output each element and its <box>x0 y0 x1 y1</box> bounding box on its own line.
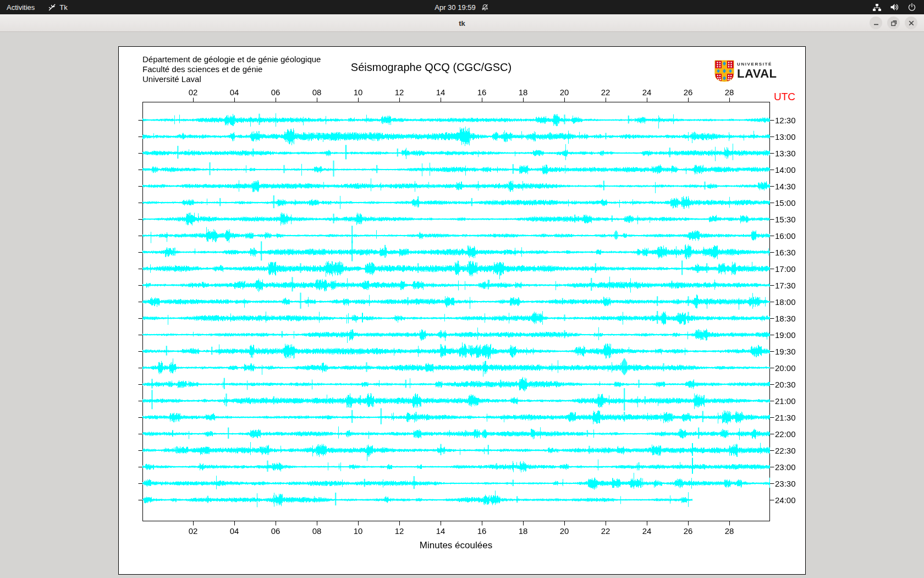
desktop: Activities Tk Apr 30 19:59 <box>0 0 924 578</box>
x-tick-label-top: 08 <box>307 88 326 97</box>
utc-time-label: 13:30 <box>775 149 796 158</box>
x-tick-label-top: 18 <box>514 88 532 97</box>
utc-time-label: 17:30 <box>775 281 796 290</box>
laval-logo-text: UNIVERSITÉ LAVAL <box>737 62 777 80</box>
restore-button[interactable] <box>887 17 900 29</box>
utc-time-label: 23:00 <box>775 462 796 472</box>
x-tick-label-top: 14 <box>431 88 450 97</box>
minimize-icon <box>872 19 881 28</box>
window-titlebar[interactable]: tk <box>0 14 924 32</box>
x-tick-label-top: 24 <box>637 88 656 97</box>
x-tick-label-bottom: 14 <box>431 526 450 536</box>
utc-time-label: 21:00 <box>775 396 796 406</box>
utc-time-label: 13:00 <box>775 132 796 141</box>
utc-time-label: 20:30 <box>775 380 796 389</box>
x-tick-label-bottom: 26 <box>679 526 697 536</box>
utc-time-label: 15:30 <box>775 215 796 224</box>
restore-icon <box>889 19 898 28</box>
close-icon <box>907 19 916 28</box>
utc-time-label: 21:30 <box>775 413 796 422</box>
x-tick-label-top: 10 <box>349 88 367 97</box>
seismograph-canvas: Département de géologie et de génie géol… <box>118 46 806 575</box>
gnome-top-bar: Activities Tk Apr 30 19:59 <box>0 0 924 14</box>
x-tick-label-bottom: 28 <box>720 526 739 536</box>
x-tick-label-bottom: 10 <box>349 526 367 536</box>
activities-button[interactable]: Activities <box>0 0 41 14</box>
utc-axis-title: UTC <box>774 91 795 103</box>
header-line-3: Université Laval <box>142 74 321 84</box>
laval-crest-icon <box>714 60 734 82</box>
x-axis-title: Minutes écoulées <box>420 540 492 551</box>
notifications-off-icon <box>481 3 490 12</box>
x-tick-label-top: 28 <box>720 88 739 97</box>
utc-time-label: 22:00 <box>775 429 796 439</box>
x-tick-label-top: 12 <box>390 88 409 97</box>
network-icon <box>872 3 882 12</box>
power-icon <box>908 3 916 12</box>
x-tick-label-bottom: 16 <box>472 526 491 536</box>
x-tick-label-bottom: 08 <box>307 526 326 536</box>
x-tick-label-bottom: 22 <box>596 526 615 536</box>
x-tick-label-top: 02 <box>184 88 202 97</box>
plot-title: Séismographe QCQ (CGC/GSC) <box>351 61 512 74</box>
x-tick-label-bottom: 24 <box>637 526 656 536</box>
x-tick-label-bottom: 06 <box>266 526 285 536</box>
system-status-area[interactable] <box>872 0 924 14</box>
close-button[interactable] <box>905 17 917 29</box>
utc-time-label: 18:00 <box>775 297 796 307</box>
utc-time-label: 19:00 <box>775 330 796 340</box>
x-tick-label-top: 06 <box>266 88 285 97</box>
utc-time-label: 12:30 <box>775 116 796 125</box>
clock-menu[interactable]: Apr 30 19:59 <box>435 0 489 14</box>
x-tick-label-top: 04 <box>225 88 244 97</box>
x-tick-label-top: 26 <box>679 88 697 97</box>
tk-indicator-label: Tk <box>59 3 67 12</box>
x-tick-label-top: 22 <box>596 88 615 97</box>
utc-time-label: 17:00 <box>775 264 796 274</box>
x-tick-label-top: 20 <box>555 88 574 97</box>
clock-label: Apr 30 19:59 <box>435 3 475 12</box>
header-line-2: Faculté des sciences et de génie <box>142 64 321 74</box>
volume-icon <box>890 3 899 12</box>
utc-time-label: 15:00 <box>775 198 796 208</box>
window-content: Département de géologie et de génie géol… <box>0 32 924 578</box>
seismogram-plot <box>119 47 806 575</box>
utc-time-label: 23:30 <box>775 479 796 488</box>
x-tick-label-top: 16 <box>472 88 491 97</box>
tk-app-indicator[interactable]: Tk <box>41 0 74 14</box>
tk-icon <box>48 3 56 12</box>
utc-time-label: 16:30 <box>775 248 796 257</box>
laval-logo-line1: UNIVERSITÉ <box>737 62 777 67</box>
x-tick-label-bottom: 20 <box>555 526 574 536</box>
header-line-1: Département de géologie et de génie géol… <box>142 54 321 64</box>
window-controls <box>870 17 917 29</box>
x-tick-label-bottom: 02 <box>184 526 202 536</box>
x-tick-label-bottom: 04 <box>225 526 244 536</box>
utc-time-label: 20:00 <box>775 363 796 373</box>
utc-time-label: 19:30 <box>775 347 796 356</box>
utc-time-label: 14:30 <box>775 182 796 191</box>
x-tick-label-bottom: 12 <box>390 526 409 536</box>
window-title: tk <box>459 19 465 27</box>
utc-time-label: 22:30 <box>775 446 796 455</box>
laval-logo: UNIVERSITÉ LAVAL <box>714 60 777 82</box>
laval-logo-line2: LAVAL <box>737 68 777 80</box>
utc-time-label: 24:00 <box>775 495 796 505</box>
utc-time-label: 14:00 <box>775 165 796 175</box>
minimize-button[interactable] <box>870 17 882 29</box>
header-address: Département de géologie et de génie géol… <box>142 54 321 84</box>
utc-time-label: 18:30 <box>775 314 796 323</box>
utc-time-label: 16:00 <box>775 231 796 241</box>
x-tick-label-bottom: 18 <box>514 526 532 536</box>
